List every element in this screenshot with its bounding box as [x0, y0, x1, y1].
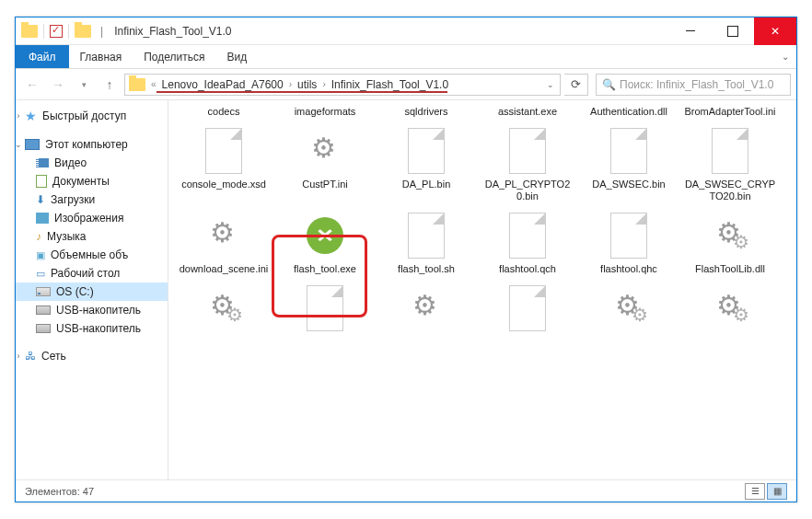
file-item[interactable]: flash_tool.exe — [277, 208, 373, 277]
file-icon — [408, 128, 445, 174]
file-item[interactable]: assistant.exe — [480, 104, 575, 120]
file-label: flashtool.qhc — [600, 263, 657, 275]
sidebar-item-3d[interactable]: ▣Объемные объ — [16, 246, 168, 264]
file-label: console_mode.xsd — [181, 179, 266, 190]
file-label: imageformats — [295, 106, 356, 118]
address-dropdown-icon[interactable]: ⌄ — [541, 80, 560, 89]
history-dropdown-icon[interactable]: ▾ — [73, 74, 95, 96]
sidebar-quick-access[interactable]: ›★Быстрый доступ — [16, 106, 168, 126]
file-item[interactable]: CustPT.ini — [277, 123, 373, 204]
sidebar-item-images[interactable]: Изображения — [16, 209, 168, 227]
file-item[interactable]: DA_PL.bin — [378, 123, 474, 204]
file-item[interactable] — [176, 281, 272, 338]
view-details-button[interactable]: ☰ — [745, 483, 765, 500]
file-label: sqldrivers — [404, 106, 447, 118]
checkbox-icon[interactable] — [50, 25, 63, 38]
file-item[interactable]: flash_tool.sh — [378, 208, 474, 277]
file-item[interactable]: DA_SWSEC.bin — [581, 123, 677, 204]
separator — [68, 24, 69, 39]
annotation-underline — [157, 91, 447, 93]
sidebar-label: Рабочий стол — [51, 267, 120, 280]
file-label: BromAdapterTool.ini — [684, 106, 775, 118]
tab-home[interactable]: Главная — [69, 45, 133, 68]
titlebar: | Infinix_Flash_Tool_V1.0 — [16, 17, 796, 45]
ribbon-collapse-icon[interactable]: ⌄ — [774, 45, 796, 68]
back-button[interactable]: ← — [21, 74, 43, 96]
sidebar-label: Этот компьютер — [45, 138, 128, 151]
sidebar-label: Объемные объ — [51, 248, 128, 261]
folder-icon — [21, 25, 38, 38]
sidebar-label: Изображения — [54, 212, 123, 225]
search-input[interactable]: 🔍 Поиск: Infinix_Flash_Tool_V1.0 — [596, 74, 791, 96]
close-button[interactable] — [754, 17, 796, 45]
file-tab[interactable]: Файл — [16, 45, 69, 68]
dll-icon — [613, 293, 644, 324]
file-item[interactable]: imageformats — [277, 104, 373, 120]
file-item[interactable] — [378, 281, 474, 338]
separator-bar: | — [100, 25, 103, 38]
status-bar: Элементов: 47 ☰ ▦ — [16, 479, 796, 502]
file-item[interactable]: FlashToolLib.dll — [682, 208, 778, 277]
sidebar-label: OS (C:) — [56, 285, 94, 298]
sidebar-item-downloads[interactable]: ⬇Загрузки — [16, 190, 168, 209]
file-label: Authentication.dll — [590, 106, 667, 118]
view-icons-button[interactable]: ▦ — [767, 483, 787, 500]
file-label: flashtool.qch — [499, 263, 556, 275]
sidebar-item-usb[interactable]: USB-накопитель — [16, 319, 168, 338]
refresh-button[interactable]: ⟳ — [564, 74, 588, 96]
sidebar-item-usb[interactable]: USB-накопитель — [16, 301, 168, 319]
file-item[interactable]: Authentication.dll — [581, 104, 677, 120]
sidebar-item-video[interactable]: Видео — [16, 154, 168, 172]
sidebar-this-pc[interactable]: ⌄Этот компьютер — [16, 135, 168, 154]
dll-icon — [714, 220, 746, 251]
sidebar-item-documents[interactable]: Документы — [16, 172, 168, 190]
file-item[interactable]: console_mode.xsd — [176, 123, 272, 204]
sidebar-label: USB-накопитель — [56, 304, 141, 317]
file-icon — [408, 213, 445, 259]
address-bar[interactable]: « Lenovo_IdeaPad_A7600 › utils › Infinix… — [124, 74, 561, 96]
file-item[interactable]: flashtool.qch — [480, 208, 575, 277]
file-grid[interactable]: codecs imageformats sqldrivers assistant… — [168, 100, 796, 479]
item-count: Элементов: 47 — [25, 486, 94, 497]
file-label: FlashToolLib.dll — [695, 263, 765, 275]
dll-icon — [714, 293, 746, 324]
maximize-button[interactable] — [712, 17, 754, 45]
search-placeholder: Поиск: Infinix_Flash_Tool_V1.0 — [620, 78, 773, 91]
file-item[interactable]: sqldrivers — [378, 104, 474, 120]
tab-share[interactable]: Поделиться — [133, 45, 215, 68]
file-item[interactable] — [480, 281, 575, 338]
file-item[interactable] — [581, 281, 677, 338]
sidebar-item-music[interactable]: ♪Музыка — [16, 227, 168, 246]
file-icon — [509, 285, 546, 331]
app-icon — [307, 217, 343, 254]
file-item[interactable]: codecs — [176, 104, 272, 120]
tab-view[interactable]: Вид — [215, 45, 258, 68]
breadcrumb-item[interactable]: Lenovo_IdeaPad_A7600 — [158, 78, 287, 91]
minimize-button[interactable] — [669, 17, 712, 45]
sidebar-label: Сеть — [41, 350, 66, 363]
sidebar-item-os-c[interactable]: OS (C:) — [16, 283, 168, 301]
file-icon — [307, 285, 343, 331]
ribbon: Файл Главная Поделиться Вид ⌄ — [16, 45, 796, 69]
breadcrumb-item[interactable]: Infinix_Flash_Tool_V1.0 — [328, 78, 452, 91]
sidebar: ›★Быстрый доступ ⌄Этот компьютер Видео Д… — [16, 100, 168, 479]
file-item[interactable]: DA_SWSEC_CRYPTO20.bin — [682, 123, 778, 204]
sidebar-label: Быстрый доступ — [42, 110, 126, 122]
up-button[interactable]: ↑ — [99, 74, 121, 96]
file-item[interactable] — [682, 281, 778, 338]
file-icon — [205, 128, 242, 174]
forward-button[interactable]: → — [47, 74, 69, 96]
sidebar-network[interactable]: ›🖧Сеть — [16, 347, 168, 365]
file-item[interactable]: download_scene.ini — [176, 208, 272, 277]
explorer-window: | Infinix_Flash_Tool_V1.0 Файл Главная П… — [15, 17, 797, 502]
folder-icon — [129, 78, 145, 91]
file-item[interactable] — [277, 281, 373, 338]
file-item[interactable]: DA_PL_CRYPTO20.bin — [480, 123, 575, 204]
file-item[interactable]: BromAdapterTool.ini — [682, 104, 778, 120]
file-item[interactable]: flashtool.qhc — [581, 208, 677, 277]
separator — [43, 24, 44, 39]
gear-icon — [208, 220, 239, 251]
sidebar-label: Музыка — [47, 230, 86, 243]
sidebar-item-desktop[interactable]: ▭Рабочий стол — [16, 264, 168, 283]
breadcrumb-item[interactable]: utils — [294, 78, 320, 91]
